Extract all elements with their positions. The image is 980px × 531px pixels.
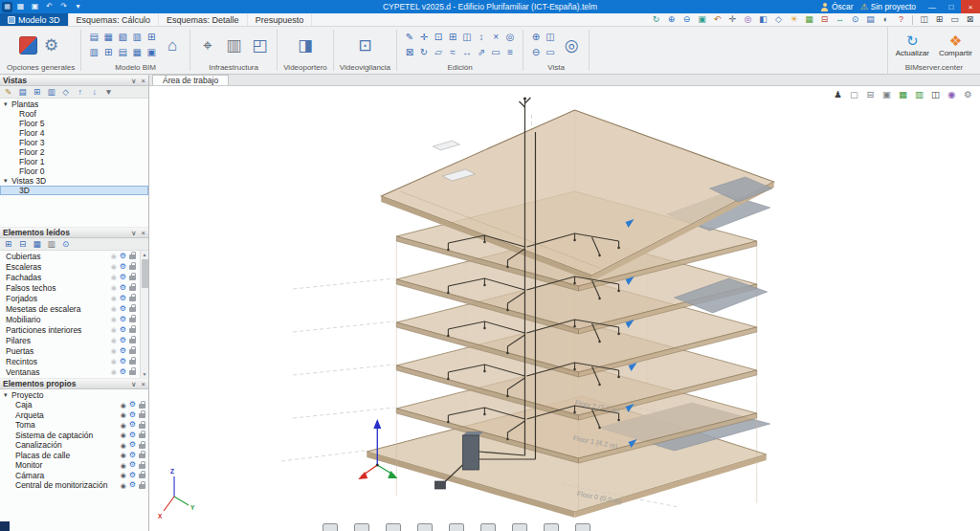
eye-icon[interactable]: ◉ xyxy=(111,347,117,354)
zoom-out-icon[interactable]: ⊖ xyxy=(679,14,694,26)
tile-windows-icon[interactable]: ⊞ xyxy=(932,14,947,26)
scrollbar[interactable]: ▲ ▼ xyxy=(140,251,148,378)
maximize-button[interactable]: □ xyxy=(942,0,961,13)
eye-icon[interactable]: ◉ xyxy=(121,442,126,449)
hide-all-icon[interactable]: ▥ xyxy=(45,239,57,250)
duplicate-view-icon[interactable]: ⊞ xyxy=(31,87,43,98)
element-row-particiones-interiores[interactable]: Particiones interiores◉⚙ xyxy=(0,324,139,335)
bottom-settings-icon[interactable] xyxy=(575,523,590,531)
gear-icon[interactable]: ⚙ xyxy=(129,481,136,489)
tree-item-floor-1[interactable]: Floor 1 xyxy=(0,157,148,166)
bottom-zoom-window-icon[interactable] xyxy=(386,523,401,531)
tree-item-floor-5[interactable]: Floor 5 xyxy=(0,119,148,128)
new-window-icon[interactable]: ◫ xyxy=(917,14,931,26)
element-row-arqueta[interactable]: Arqueta◉⚙ xyxy=(0,410,148,421)
eye-icon[interactable]: ◉ xyxy=(111,263,117,270)
bim-furniture-icon[interactable]: ▥ xyxy=(130,31,144,44)
views-cube-icon[interactable]: ▢ xyxy=(848,89,860,100)
view-3d-icon[interactable]: ◎ xyxy=(560,33,583,58)
bim-model-icon[interactable]: ⌂ xyxy=(161,33,184,58)
bottom-pan-icon[interactable] xyxy=(323,523,338,531)
lock-icon[interactable] xyxy=(129,349,136,354)
element-row-puertas[interactable]: Puertas◉⚙ xyxy=(0,345,139,356)
tab-presupuesto[interactable]: Presupuesto xyxy=(248,13,313,26)
gear-icon[interactable]: ⚙ xyxy=(120,253,126,260)
window-list-icon[interactable]: ▭ xyxy=(947,14,962,26)
lock-icon[interactable] xyxy=(129,318,136,322)
redo-icon[interactable]: ↷ xyxy=(57,1,70,12)
rotate-icon[interactable]: ↻ xyxy=(417,46,431,59)
gear-icon[interactable]: ⚙ xyxy=(120,337,126,344)
copy-icon[interactable]: ⊡ xyxy=(432,31,445,44)
eye-icon[interactable]: ◉ xyxy=(121,411,126,418)
lock-icon[interactable] xyxy=(139,464,145,469)
tree-item-roof[interactable]: Roof xyxy=(0,109,148,119)
view-3d-small-icon[interactable]: ◇ xyxy=(59,87,72,98)
tab-modelo-3d[interactable]: Modelo 3D xyxy=(0,13,69,26)
element-row-central-de-monitorizacion[interactable]: Central de monitorización◉⚙ xyxy=(0,480,148,491)
print-icon[interactable]: ⊟ xyxy=(864,89,877,100)
lock-icon[interactable] xyxy=(139,433,145,438)
general-options-icon[interactable]: ⚙ xyxy=(40,33,63,58)
bim-slabs-icon[interactable]: ▦ xyxy=(101,31,115,44)
lock-icon[interactable] xyxy=(129,339,136,343)
element-row-pilares[interactable]: Pilares◉⚙ xyxy=(0,335,139,345)
lock-icon[interactable] xyxy=(139,424,145,429)
zoom-in-icon[interactable]: ⊕ xyxy=(529,31,543,44)
gear-icon[interactable]: ⚙ xyxy=(120,358,126,365)
gear-icon[interactable]: ⚙ xyxy=(129,472,136,479)
close-panel-icon[interactable]: × xyxy=(142,229,145,237)
eye-icon[interactable]: ◉ xyxy=(121,452,126,458)
lock-icon[interactable] xyxy=(139,413,145,418)
zoom-window-icon[interactable]: ⊕ xyxy=(664,14,679,26)
collapse-panel-icon[interactable]: ∨ xyxy=(131,380,137,388)
share-button[interactable]: ❖ Compartir xyxy=(939,33,972,58)
table-green-icon[interactable]: ▦ xyxy=(897,89,909,100)
element-row-placas-de-calle[interactable]: Placas de calle◉⚙ xyxy=(0,451,148,461)
zoom-previous-icon[interactable]: ↶ xyxy=(710,14,724,26)
lock-icon[interactable] xyxy=(129,265,136,270)
eye-icon[interactable]: ◉ xyxy=(111,337,117,343)
sun-shadows-icon[interactable]: ☀ xyxy=(787,14,801,26)
user-icon[interactable]: ♟ xyxy=(832,89,844,100)
user-account-button[interactable]: Óscar xyxy=(820,2,854,11)
move-up-icon[interactable]: ↑ xyxy=(74,87,86,98)
bottom-render-icon[interactable] xyxy=(512,523,527,531)
eye-icon[interactable]: ◉ xyxy=(111,316,117,322)
eye-icon[interactable]: ◉ xyxy=(111,358,117,365)
tab-esquemas-detalle[interactable]: Esquemas: Detalle xyxy=(159,13,248,26)
eye-icon[interactable]: ◉ xyxy=(111,368,117,375)
move-icon[interactable]: ✛ xyxy=(417,31,431,44)
gear-icon[interactable]: ⚙ xyxy=(120,368,126,376)
tree-section-vistas-3d[interactable]: ▾Vistas 3D xyxy=(0,176,148,186)
3d-viewport[interactable]: Floor 2 (7.2 m) Floor 1 (4.2 m) Floor 0 … xyxy=(149,86,980,531)
telecom-cabinet[interactable] xyxy=(462,435,479,470)
undo-icon[interactable]: ↶ xyxy=(43,1,56,12)
building-3d-model[interactable]: Floor 2 (7.2 m) Floor 1 (4.2 m) Floor 0 … xyxy=(149,86,980,531)
element-row-fachadas[interactable]: Fachadas◉⚙ xyxy=(0,272,139,282)
render-mode-icon[interactable]: ▦ xyxy=(802,14,816,26)
move-down-icon[interactable]: ↓ xyxy=(88,87,100,98)
layers-icon[interactable]: ▤ xyxy=(863,14,878,26)
lock-icon[interactable] xyxy=(139,444,145,449)
lock-icon[interactable] xyxy=(139,404,145,409)
lock-icon[interactable] xyxy=(129,370,136,375)
minimize-button[interactable]: — xyxy=(923,0,942,13)
eye-icon[interactable]: ◉ xyxy=(121,431,126,438)
collapse-all-icon[interactable]: ⊟ xyxy=(16,239,29,250)
monitor-icon[interactable]: ◫ xyxy=(929,89,942,100)
show-all-icon[interactable]: ▦ xyxy=(31,239,43,250)
edit-icon[interactable]: ✎ xyxy=(403,31,416,44)
element-row-forjados[interactable]: Forjados◉⚙ xyxy=(0,293,139,303)
save-icon[interactable]: ▣ xyxy=(29,1,41,12)
gear-icon[interactable]: ⚙ xyxy=(120,263,126,271)
element-row-falsos-techos[interactable]: Falsos techos◉⚙ xyxy=(0,282,139,293)
bim-update-icon[interactable]: ▣ xyxy=(145,46,158,59)
lock-icon[interactable] xyxy=(129,307,136,312)
gear-icon[interactable]: ⚙ xyxy=(129,461,136,469)
quick-access-menu-icon[interactable]: ▾ xyxy=(72,1,84,12)
scroll-thumb[interactable] xyxy=(142,259,148,288)
eye-icon[interactable]: ◉ xyxy=(121,472,126,478)
bottom-orbit-icon[interactable] xyxy=(354,523,369,531)
window-view-icon[interactable]: ◫ xyxy=(544,31,557,44)
